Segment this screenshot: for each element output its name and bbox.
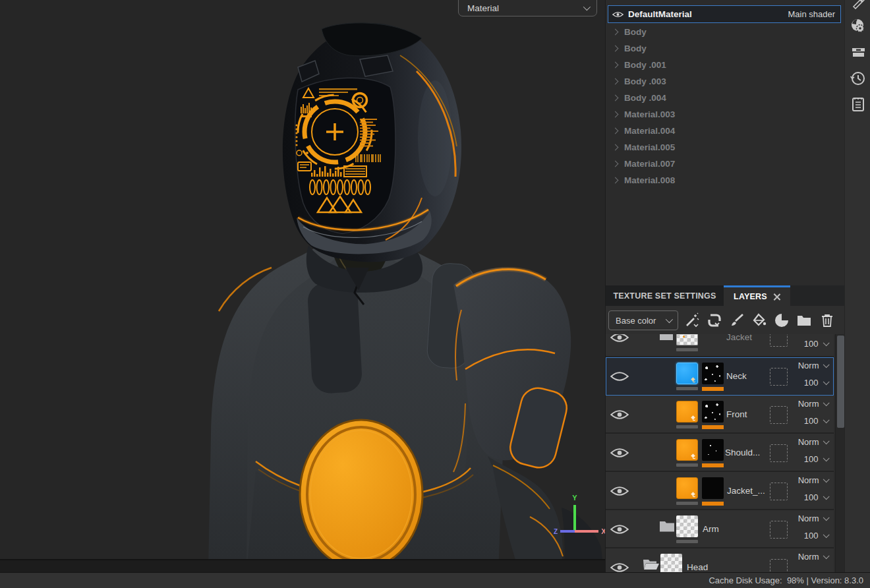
layer-blend-dropdown[interactable]: Norm: [798, 475, 827, 485]
add-group-folder-icon[interactable]: [796, 312, 813, 329]
mask-thumbnail[interactable]: [702, 477, 724, 499]
material-slot-box[interactable]: [770, 483, 788, 500]
layer-opacity-dropdown[interactable]: 100: [804, 492, 827, 502]
character-model: [0, 0, 605, 572]
chevron-down-icon: [583, 3, 591, 11]
chevron-right-icon: [612, 78, 619, 84]
eye-visible-icon[interactable]: [610, 561, 629, 572]
layer-row-head-group[interactable]: Head Norm: [606, 548, 834, 572]
layer-name: Front: [726, 409, 747, 419]
fill-color-thumbnail[interactable]: [676, 363, 698, 384]
material-slot-box[interactable]: [770, 444, 788, 462]
eye-hidden-icon[interactable]: [610, 370, 629, 383]
layer-blend-dropdown[interactable]: Norm: [798, 437, 827, 447]
layer-opacity-dropdown[interactable]: 100: [804, 416, 827, 426]
viewport-3d[interactable]: Material Y X Z: [0, 0, 605, 572]
shader-item-material-003[interactable]: Material.003: [611, 106, 835, 122]
eye-visible-icon[interactable]: [610, 446, 629, 459]
smart-material-icon[interactable]: [773, 312, 790, 329]
shader-item-material-004[interactable]: Material.004: [611, 123, 835, 138]
chevron-right-icon: [612, 144, 619, 150]
chevron-down-icon: [823, 361, 829, 367]
layer-name: Should...: [725, 448, 760, 457]
log-notes-icon[interactable]: [850, 96, 867, 113]
right-dock-panel: DefaultMaterial Main shader Body Body Bo…: [605, 0, 844, 572]
shader-item-material-007[interactable]: Material.007: [611, 156, 835, 171]
display-settings-box-icon[interactable]: [850, 44, 867, 61]
chevron-down-icon: [823, 339, 829, 345]
stylus-pen-icon[interactable]: [850, 0, 867, 11]
layer-row-jacket-top[interactable]: Jacket 100: [606, 334, 834, 357]
delete-trash-icon[interactable]: [819, 312, 836, 329]
layer-opacity-dropdown[interactable]: 100: [804, 531, 827, 541]
shader-item-body-001[interactable]: Body .001: [611, 57, 835, 73]
fill-bucket-icon[interactable]: [751, 312, 768, 329]
shader-settings-sphere-icon[interactable]: [850, 17, 867, 34]
layer-thumbnail[interactable]: [676, 334, 698, 345]
chevron-down-icon: [823, 493, 829, 499]
shader-item-body-003[interactable]: Body .003: [611, 73, 835, 89]
layer-row-front[interactable]: Front Norm 100: [606, 396, 834, 434]
fill-color-thumbnail[interactable]: [676, 401, 698, 423]
material-slot-box[interactable]: [770, 406, 788, 424]
bucket-glyph-icon: [689, 414, 697, 421]
chevron-down-icon: [823, 476, 829, 482]
shader-item-body-1[interactable]: Body: [611, 24, 835, 40]
layer-row-arm-group[interactable]: Arm Norm 100: [606, 510, 834, 548]
bucket-glyph-icon: [689, 376, 697, 383]
substance-painter-window: Material Y X Z DefaultMaterial Main shad…: [0, 0, 870, 588]
channel-dropdown[interactable]: Base color: [608, 310, 678, 330]
eye-visible-icon[interactable]: [612, 11, 624, 18]
add-fill-layer-icon[interactable]: [706, 312, 723, 329]
layer-blend-dropdown[interactable]: Norm: [798, 514, 827, 523]
layer-row-jacket[interactable]: Jacket_... Norm 100: [606, 472, 834, 510]
shader-main-badge: Main shader: [788, 9, 835, 19]
tab-texture-set-settings[interactable]: TEXTURE SET SETTINGS: [606, 285, 724, 306]
tab-layers[interactable]: LAYERS: [724, 285, 790, 306]
chevron-right-icon: [612, 45, 619, 51]
scrollbar-thumb[interactable]: [837, 336, 844, 428]
material-mode-dropdown[interactable]: Material: [458, 0, 597, 16]
material-slot-box[interactable]: [770, 559, 788, 572]
chevron-right-icon: [612, 28, 619, 35]
fill-color-thumbnail[interactable]: [676, 477, 698, 499]
layer-opacity-dropdown[interactable]: 100: [804, 339, 827, 349]
shader-item-body-2[interactable]: Body: [611, 40, 835, 56]
shader-item-body-004[interactable]: Body .004: [611, 90, 835, 105]
gizmo-y-label: Y: [572, 494, 577, 502]
layer-blend-dropdown[interactable]: Norm: [798, 361, 827, 370]
layer-blend-dropdown[interactable]: Norm: [798, 552, 827, 562]
folder-closed-icon[interactable]: [660, 521, 674, 532]
eye-visible-icon[interactable]: [610, 408, 629, 421]
fill-color-thumbnail[interactable]: [676, 439, 698, 461]
chevron-right-icon: [612, 61, 619, 68]
tab-close-icon[interactable]: [773, 293, 780, 301]
shader-item-material-005[interactable]: Material.005: [611, 139, 835, 155]
chevron-down-icon: [823, 531, 829, 537]
mask-thumbnail[interactable]: [702, 401, 724, 423]
layer-row-neck[interactable]: Neck Norm 100: [606, 357, 834, 396]
paint-layer-brush-icon[interactable]: [728, 312, 745, 329]
shader-item-defaultmaterial[interactable]: DefaultMaterial Main shader: [608, 5, 841, 23]
layer-row-shoulder[interactable]: Should... Norm 100: [606, 434, 834, 472]
material-slot-box[interactable]: [770, 334, 788, 347]
layer-blend-dropdown[interactable]: Norm: [798, 399, 827, 409]
axis-gizmo[interactable]: Y X Z: [552, 493, 605, 542]
eye-visible-icon[interactable]: [610, 334, 629, 344]
layer-opacity-dropdown[interactable]: 100: [804, 378, 827, 388]
material-slot-box[interactable]: [770, 368, 788, 386]
chevron-down-icon: [823, 552, 829, 558]
mask-thumbnail[interactable]: [702, 363, 724, 384]
folder-open-icon[interactable]: [643, 559, 659, 570]
history-clock-icon[interactable]: [850, 70, 867, 87]
eye-visible-icon[interactable]: [610, 523, 629, 536]
group-thumbnail[interactable]: [660, 554, 682, 572]
mask-thumbnail[interactable]: [702, 439, 724, 461]
group-thumbnail[interactable]: [676, 515, 698, 537]
material-slot-box[interactable]: [770, 521, 788, 539]
layers-scrollbar[interactable]: [835, 334, 845, 572]
add-effect-wand-icon[interactable]: [683, 312, 701, 329]
eye-visible-icon[interactable]: [610, 485, 629, 498]
layer-opacity-dropdown[interactable]: 100: [804, 454, 827, 464]
shader-item-material-008[interactable]: Material.008: [611, 172, 835, 188]
